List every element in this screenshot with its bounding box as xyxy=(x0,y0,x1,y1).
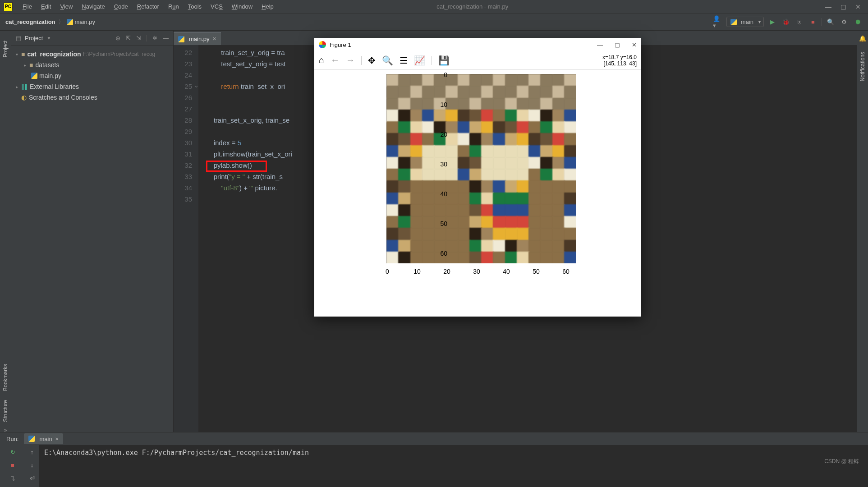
menu-window[interactable]: Window xyxy=(227,3,257,10)
coverage-icon[interactable]: ⛨ xyxy=(795,17,804,27)
close-run-tab-icon[interactable]: ✕ xyxy=(55,436,59,441)
run-output[interactable]: E:\Anaconda3\python.exe F:/PycharmProjec… xyxy=(39,445,868,487)
window-title: cat_recognization - main.py xyxy=(436,3,508,10)
python-file-icon xyxy=(67,19,73,25)
run-config-name: main xyxy=(741,18,753,25)
target-icon[interactable]: ⊕ xyxy=(115,35,120,41)
tab-main-py[interactable]: main.py ✕ xyxy=(174,32,221,45)
hide-icon[interactable]: — xyxy=(163,35,169,41)
tree-mainpy[interactable]: main.py xyxy=(12,70,172,81)
edit-icon[interactable]: 📈 xyxy=(414,55,425,66)
tree-datasets[interactable]: ▸■datasets xyxy=(12,60,172,70)
sidebar-tab-project[interactable]: Project xyxy=(1,36,10,62)
zoom-icon[interactable]: 🔍 xyxy=(382,55,393,66)
figure-canvas[interactable]: 0 10 20 30 40 50 60 0 10 20 30 40 50 60 xyxy=(314,69,641,317)
forward-icon[interactable]: → xyxy=(346,55,355,65)
breadcrumb-file[interactable]: main.py xyxy=(75,18,96,25)
back-icon[interactable]: ← xyxy=(331,55,340,65)
up-icon[interactable]: ↑ xyxy=(31,449,34,455)
python-icon xyxy=(730,19,737,25)
tab-label: main.py xyxy=(189,36,210,42)
search-icon[interactable]: 🔍 xyxy=(826,17,836,27)
sidebar-tab-structure[interactable]: Structure xyxy=(1,395,10,427)
highlighted-code-box xyxy=(206,161,267,172)
user-icon[interactable]: 👤▾ xyxy=(713,17,723,27)
run-label: Run: xyxy=(4,436,21,442)
maximize-icon[interactable]: ▢ xyxy=(840,3,846,10)
figure-title: Figure 1 xyxy=(330,41,351,48)
configure-icon[interactable]: ☰ xyxy=(400,55,408,66)
close-tab-icon[interactable]: ✕ xyxy=(212,36,216,42)
menu-vcs[interactable]: VCS xyxy=(206,3,227,10)
pycharm-logo-icon: PC xyxy=(4,2,13,11)
watermark: CSDN @ 程锌 xyxy=(824,458,859,465)
sidebar-tab-notifications[interactable]: Notifications xyxy=(858,47,867,86)
menu-view[interactable]: View xyxy=(55,3,77,10)
matplotlib-toolbar: ⌂ ← → ✥ 🔍 ☰ 📈 💾 x=18.7 y=16.0[145, 113, … xyxy=(314,51,641,69)
menu-edit[interactable]: Edit xyxy=(37,3,55,10)
down-icon[interactable]: ↓ xyxy=(31,462,34,469)
pan-icon[interactable]: ✥ xyxy=(368,55,376,66)
project-panel-title: Project xyxy=(25,35,43,41)
cursor-coords: x=18.7 y=16.0[145, 113, 43] xyxy=(602,54,637,67)
tree-root[interactable]: ▾■cat_recognizationF:\PycharmProjects\ca… xyxy=(12,49,172,60)
matplotlib-figure-window[interactable]: Figure 1 — ▢ ✕ ⌂ ← → ✥ 🔍 ☰ 📈 💾 x=18.7 y=… xyxy=(314,38,641,317)
menu-navigate[interactable]: Navigate xyxy=(77,3,109,10)
layout-icon[interactable]: ⇅ xyxy=(10,475,15,482)
figure-close-icon[interactable]: ✕ xyxy=(632,41,637,48)
project-tree: ▾■cat_recognizationF:\PycharmProjects\ca… xyxy=(11,46,173,106)
bell-icon[interactable]: 🔔 xyxy=(859,35,866,42)
menu-file[interactable]: File xyxy=(18,3,37,10)
nav-bar: cat_recognization 〉 main.py 👤▾ main ▶ 🐞 … xyxy=(0,14,868,31)
rerun-icon[interactable]: ↻ xyxy=(10,449,15,455)
menu-run[interactable]: Run xyxy=(164,3,184,10)
run-icon[interactable]: ▶ xyxy=(767,17,777,27)
tree-scratches[interactable]: ◐Scratches and Consoles xyxy=(12,92,172,103)
tree-ext-lib[interactable]: ▸‖‖External Libraries xyxy=(12,81,172,92)
expand-icon[interactable]: ⇲ xyxy=(136,35,141,41)
gutter-collapse-icon[interactable]: ⌄ xyxy=(193,81,199,89)
menu-refactor[interactable]: Refactor xyxy=(133,3,164,10)
save-icon[interactable]: 💾 xyxy=(438,55,450,66)
python-file-icon xyxy=(178,36,184,42)
close-icon[interactable]: ✕ xyxy=(855,3,861,10)
settings-icon[interactable]: ⚙ xyxy=(839,17,849,27)
menu-tools[interactable]: Tools xyxy=(184,3,206,10)
wrap-icon[interactable]: ⏎ xyxy=(30,475,35,482)
gear-icon[interactable]: ✲ xyxy=(152,35,157,41)
debug-icon[interactable]: 🐞 xyxy=(781,17,791,27)
project-panel: ▤ Project ▼ ⊕ ⇱ ⇲ ✲ — ▾■cat_recognizatio… xyxy=(11,31,174,432)
breadcrumb-sep: 〉 xyxy=(58,18,64,26)
collapse-icon[interactable]: ⇱ xyxy=(126,35,131,41)
figure-maximize-icon[interactable]: ▢ xyxy=(615,41,620,48)
menu-help[interactable]: Help xyxy=(257,3,278,10)
menu-code[interactable]: Code xyxy=(110,3,133,10)
matplotlib-icon xyxy=(319,41,326,48)
minimize-icon[interactable]: — xyxy=(825,3,831,10)
figure-minimize-icon[interactable]: — xyxy=(597,41,603,48)
menubar: PC File Edit View Navigate Code Refactor… xyxy=(0,0,868,14)
run-tool-window: Run: main✕ ↻ ■ ⇅ » ↑ ↓ ⏎ » E:\Anaconda3\… xyxy=(0,432,868,487)
hexagon-icon[interactable]: ⬢ xyxy=(853,17,863,27)
run-config-dropdown[interactable]: main xyxy=(726,17,764,27)
stop-run-icon[interactable]: ■ xyxy=(11,462,14,469)
sidebar-tab-bookmarks[interactable]: Bookmarks xyxy=(1,359,10,395)
breadcrumb-project[interactable]: cat_recognization xyxy=(5,18,55,25)
home-icon[interactable]: ⌂ xyxy=(319,55,324,65)
run-tab-main[interactable]: main✕ xyxy=(24,433,63,444)
stop-icon[interactable]: ■ xyxy=(808,17,818,27)
